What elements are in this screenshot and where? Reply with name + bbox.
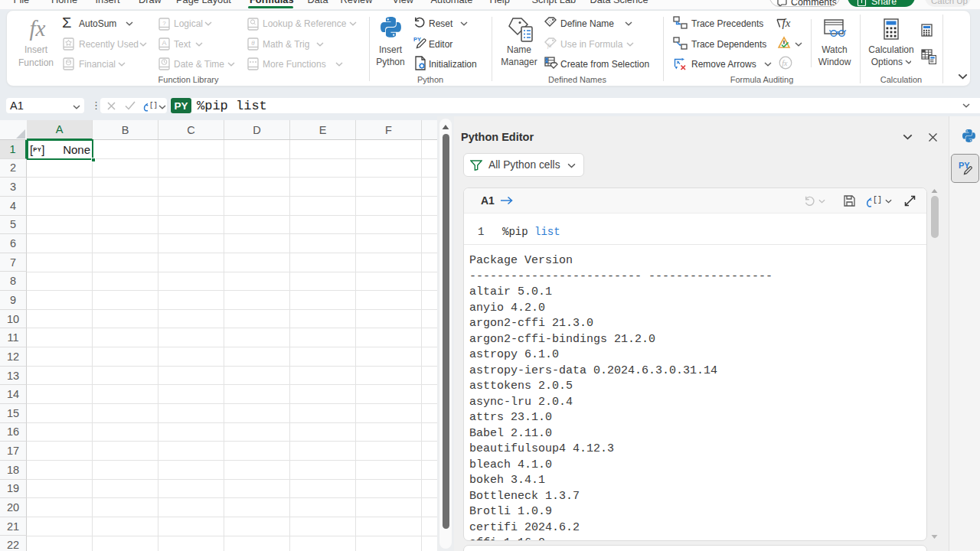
svg-text:[]: [] [149, 102, 158, 109]
svg-text:fx: fx [782, 17, 791, 29]
svg-text:A: A [162, 39, 166, 47]
svg-text:PY: PY [413, 36, 421, 43]
svg-text:fx: fx [782, 59, 788, 67]
svg-text:?: ? [162, 20, 166, 27]
svg-text:[]: [] [873, 196, 882, 204]
svg-text:fx: fx [547, 42, 552, 49]
svg-text:θ: θ [251, 39, 255, 47]
